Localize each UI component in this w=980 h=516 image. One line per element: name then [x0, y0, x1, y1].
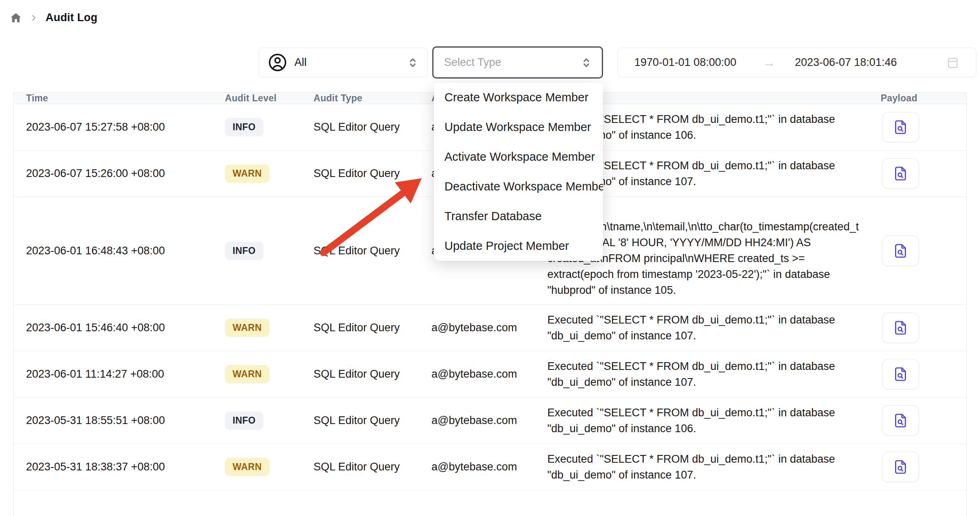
file-search-icon	[892, 119, 909, 136]
cell-audit-type: SQL Editor Query	[314, 245, 431, 257]
audit-level-badge: WARN	[225, 458, 270, 476]
chevron-up-down-icon	[580, 56, 593, 69]
view-payload-button[interactable]	[882, 359, 919, 389]
table-row: 2023-05-31 18:38:37 +08:00 WARN SQL Edit…	[14, 444, 966, 490]
actor-filter-select[interactable]: All	[259, 48, 428, 77]
view-payload-button[interactable]	[882, 112, 919, 142]
menu-item-activate-workspace-member[interactable]: Activate Workspace Member	[434, 142, 603, 172]
audit-level-badge: INFO	[225, 411, 264, 430]
menu-item-deactivate-workspace-member[interactable]: Deactivate Workspace Member	[434, 172, 603, 201]
cell-audit-type: SQL Editor Query	[314, 121, 431, 133]
file-search-icon	[892, 165, 909, 182]
chevron-up-down-icon	[406, 56, 419, 69]
type-dropdown-menu: Create Workspace Member Update Workspace…	[434, 83, 603, 261]
table-row: 2023-05-31 18:55:51 +08:00 INFO SQL Edit…	[14, 398, 966, 444]
cell-comment: Executed `"SELECT * FROM db_ui_demo.t1;"…	[547, 405, 865, 437]
home-icon[interactable]	[10, 12, 22, 24]
breadcrumb-chevron-icon	[29, 13, 38, 22]
date-range-picker[interactable]: 1970-01-01 08:00:00 → 2023-06-07 18:01:4…	[618, 48, 976, 77]
date-range-start[interactable]: 1970-01-01 08:00:00	[634, 56, 736, 69]
view-payload-button[interactable]	[882, 405, 919, 436]
cell-comment: Executed `"SELECT * FROM db_ui_demo.t1;"…	[547, 359, 865, 390]
cell-audit-type: SQL Editor Query	[314, 321, 431, 334]
date-range-arrow-icon: →	[763, 56, 775, 70]
menu-item-transfer-database[interactable]: Transfer Database	[434, 201, 603, 231]
type-filter-placeholder: Select Type	[444, 56, 501, 69]
table-row-partial	[14, 490, 966, 516]
audit-level-badge: WARN	[225, 365, 270, 383]
audit-level-badge: WARN	[225, 319, 270, 337]
menu-item-update-project-member[interactable]: Update Project Member	[434, 231, 603, 261]
cell-audit-type: SQL Editor Query	[314, 414, 431, 427]
audit-level-badge: WARN	[225, 164, 270, 183]
cell-time: 2023-05-31 18:38:37 +08:00	[14, 461, 225, 473]
view-payload-button[interactable]	[882, 236, 919, 266]
file-search-icon	[892, 459, 909, 475]
col-header-time: Time	[14, 93, 225, 104]
cell-actor: a@bytebase.com	[431, 414, 547, 427]
menu-item-create-workspace-member[interactable]: Create Workspace Member	[434, 83, 603, 112]
audit-level-badge: INFO	[225, 118, 264, 136]
file-search-icon	[892, 243, 909, 259]
type-filter-select[interactable]: Select Type	[432, 46, 603, 79]
cell-actor: a@bytebase.com	[431, 368, 547, 380]
cell-comment: Executed `"SELECT * FROM db_ui_demo.t1;"…	[547, 451, 865, 483]
cell-time: 2023-06-07 15:27:58 +08:00	[14, 121, 225, 133]
audit-level-badge: INFO	[225, 242, 264, 260]
cell-comment: Executed `"SELECT * FROM db_ui_demo.t1;"…	[547, 312, 865, 344]
col-header-payload: Payload	[865, 93, 967, 104]
cell-time: 2023-05-31 18:55:51 +08:00	[14, 414, 225, 427]
cell-time: 2023-06-07 15:26:00 +08:00	[14, 167, 225, 180]
col-header-type: Audit Type	[314, 93, 431, 104]
actor-filter-value: All	[294, 56, 307, 69]
view-payload-button[interactable]	[882, 158, 919, 189]
menu-item-update-workspace-member[interactable]: Update Workspace Member	[434, 112, 603, 142]
page-title: Audit Log	[46, 11, 98, 24]
table-row: 2023-06-01 15:46:40 +08:00 WARN SQL Edit…	[14, 305, 966, 351]
cell-time: 2023-06-01 11:14:27 +08:00	[14, 368, 225, 380]
breadcrumb: Audit Log	[10, 11, 98, 24]
cell-audit-type: SQL Editor Query	[314, 167, 431, 180]
cell-audit-type: SQL Editor Query	[314, 368, 431, 380]
cell-time: 2023-06-01 15:46:40 +08:00	[14, 321, 225, 334]
cell-actor: a@bytebase.com	[431, 321, 547, 334]
file-search-icon	[892, 366, 909, 383]
table-row: 2023-06-01 11:14:27 +08:00 WARN SQL Edit…	[14, 351, 966, 398]
col-header-level: Audit Level	[225, 93, 314, 104]
view-payload-button[interactable]	[882, 313, 919, 343]
cell-actor: a@bytebase.com	[431, 461, 547, 473]
user-circle-icon	[268, 53, 287, 72]
calendar-icon	[946, 56, 960, 70]
cell-audit-type: SQL Editor Query	[314, 461, 431, 473]
view-payload-button[interactable]	[882, 452, 919, 482]
date-range-end[interactable]: 2023-06-07 18:01:46	[795, 56, 897, 69]
file-search-icon	[892, 412, 909, 429]
file-search-icon	[892, 319, 909, 336]
cell-time: 2023-06-01 16:48:43 +08:00	[14, 245, 225, 257]
